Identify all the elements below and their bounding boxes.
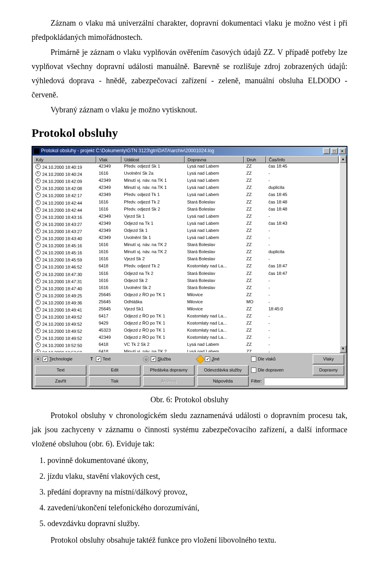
sluzba-checkbox[interactable]: ☺ Služba bbox=[143, 356, 195, 362]
table-row[interactable]: 24.10.2000 18:49:4125645Vjezd Sk1Milovic… bbox=[33, 306, 339, 313]
table-cell: 24.10.2000 18:43:27 bbox=[33, 220, 96, 228]
dopravny-button[interactable]: Dopravny bbox=[313, 365, 344, 375]
table-cell: 24.10.2000 18:52:50 bbox=[33, 342, 96, 349]
table-row[interactable]: 24.10.2000 18:43:2742349Odjezd na Tk 1Ly… bbox=[33, 220, 339, 228]
window-titlebar[interactable]: Protokol obsluhy - projekt C:\Dokumenty\… bbox=[32, 147, 347, 155]
table-cell: 42349 bbox=[96, 192, 122, 199]
table-row[interactable]: 24.10.2000 18:40:1942349Předv. odjezd Sk… bbox=[33, 163, 339, 170]
table-row[interactable]: 24.10.2000 18:46:526418Předv. odjezd Tk … bbox=[33, 263, 339, 270]
table-row[interactable]: 24.10.2000 18:47:301616Odjezd na Tk 2Sta… bbox=[33, 271, 339, 278]
table-cell: Lysá nad Labem bbox=[185, 192, 244, 199]
table-cell: Kostomlaty nad La... bbox=[185, 263, 244, 270]
checkbox-icon bbox=[205, 357, 210, 362]
table-row[interactable]: 24.10.2000 18:45:161616Minutí vj. náv. n… bbox=[33, 242, 339, 249]
col-druh[interactable]: Druh bbox=[244, 156, 266, 163]
table-cell: Lysá nad Labem bbox=[185, 177, 244, 185]
table-row[interactable]: 24.10.2000 18:47:401616Uvolnění Sk 2Star… bbox=[33, 285, 339, 292]
table-cell: Stará Boleslav bbox=[185, 199, 244, 206]
table-cell: Stará Boleslav bbox=[185, 206, 244, 213]
clock-icon bbox=[36, 293, 41, 298]
table-cell: Lysá nad Labem bbox=[185, 349, 244, 352]
checkbox-label: Technologie bbox=[49, 357, 73, 361]
col-dopravna[interactable]: Dopravna bbox=[185, 156, 244, 163]
col-vlak[interactable]: Vlak bbox=[96, 156, 122, 163]
table-cell: - bbox=[266, 313, 339, 320]
table-cell: ZZ bbox=[244, 213, 266, 220]
table-cell: 24.10.2000 18:46:52 bbox=[33, 263, 96, 270]
predavka-button[interactable]: Předávka dopravny bbox=[143, 365, 195, 375]
vlaky-button[interactable]: Vlaky bbox=[313, 354, 344, 364]
table-row[interactable]: 24.10.2000 18:43:2742349Odjezd Sk 1Lysá … bbox=[33, 228, 339, 235]
archivuj-button[interactable]: Archivuj bbox=[143, 376, 195, 386]
table-row[interactable]: 24.10.2000 18:42:1742349Předv. odjezd Tk… bbox=[33, 192, 339, 199]
col-cas[interactable]: Čas/Info bbox=[266, 156, 339, 163]
table-row[interactable]: 24.10.2000 18:42:0942349Minutí vj. náv. … bbox=[33, 177, 339, 185]
table-row[interactable]: 24.10.2000 18:47:311616Odjezd Sk 2Stará … bbox=[33, 278, 339, 285]
table-cell: 24.10.2000 18:45:59 bbox=[33, 256, 96, 263]
table-cell: Odhláška bbox=[122, 299, 185, 306]
dle-dopraven-checkbox[interactable]: Dle dopraven bbox=[251, 368, 310, 373]
col-kdy[interactable]: Kdy bbox=[33, 156, 96, 163]
close-button[interactable]: × bbox=[339, 148, 346, 154]
scroll-down-icon[interactable]: ▼ bbox=[340, 345, 346, 353]
odevzdavka-button[interactable]: Odevzdávka služby bbox=[197, 365, 249, 375]
table-cell: 24.10.2000 18:42:17 bbox=[33, 192, 96, 199]
body-paragraph: Protokol obsluhy v chronologickém sledu … bbox=[32, 408, 347, 451]
dle-vlaku-checkbox[interactable]: Dle vlaků bbox=[251, 357, 310, 362]
table-row[interactable]: 24.10.2000 18:49:5242349Odjezd z ŘO po T… bbox=[33, 334, 339, 342]
table-row[interactable]: 24.10.2000 18:49:2525645Odjezd z ŘO po T… bbox=[33, 292, 339, 299]
table-row[interactable]: 24.10.2000 18:49:3625645OdhláškaMilovice… bbox=[33, 299, 339, 306]
bottom-panel: ✳ Technologie T Text ☺ Služba Jiné Dle v… bbox=[32, 353, 347, 388]
table-row[interactable]: 24.10.2000 18:40:241616Uvolnění Sk 2aLys… bbox=[33, 170, 339, 177]
table-header-row: Kdy Vlak Událost Dopravna Druh Čas/Info bbox=[33, 156, 339, 163]
table-row[interactable]: 24.10.2000 18:43:1642349Vjezd Sk 1Lysá n… bbox=[33, 213, 339, 220]
scroll-up-icon[interactable]: ▲ bbox=[340, 156, 346, 163]
clock-icon bbox=[36, 243, 41, 248]
col-udalost[interactable]: Událost bbox=[122, 156, 185, 163]
maximize-button[interactable]: □ bbox=[331, 148, 338, 154]
filter-field[interactable]: Filter: bbox=[251, 377, 344, 385]
zavrit-button[interactable]: Zavřít bbox=[35, 376, 86, 386]
clock-icon bbox=[36, 278, 41, 284]
text-checkbox[interactable]: T Text bbox=[89, 357, 141, 362]
table-row[interactable]: 24.10.2000 18:49:529429Odjezd z ŘO po TK… bbox=[33, 320, 339, 327]
clock-icon bbox=[36, 321, 41, 326]
table-cell: čas 18:48 bbox=[266, 206, 339, 213]
table-row[interactable]: 24.10.2000 18:42:0842349Minutí vj. náv. … bbox=[33, 185, 339, 192]
edit-button[interactable]: Edit bbox=[89, 365, 141, 375]
filter-label: Filter: bbox=[251, 379, 262, 383]
table-row[interactable]: 24.10.2000 18:45:591616Vjezd Sk 2Stará B… bbox=[33, 256, 339, 263]
table-cell: - bbox=[266, 334, 339, 342]
table-row[interactable]: 24.10.2000 18:43:4042349Uvolnění Sk 1Lys… bbox=[33, 235, 339, 242]
table-cell: Odjezd Sk 1 bbox=[122, 228, 185, 235]
vertical-scrollbar[interactable]: ▲ ▼ bbox=[340, 155, 347, 353]
table-cell: Předv. odjezd Sk 1 bbox=[122, 163, 185, 170]
table-cell: ZZ bbox=[244, 278, 266, 285]
table-row[interactable]: 24.10.2000 18:49:5245323Odjezd z ŘO po T… bbox=[33, 327, 339, 334]
table-cell: Minutí vj. náv. na TK 1 bbox=[122, 185, 185, 192]
table-cell: 6417 bbox=[96, 313, 122, 320]
table-row[interactable]: 24.10.2000 18:52:506418Minutí vj. náv. n… bbox=[33, 349, 339, 352]
table-cell: 1616 bbox=[96, 271, 122, 278]
jine-checkbox[interactable]: Jiné bbox=[197, 356, 249, 362]
table-row[interactable]: 24.10.2000 18:52:506418VC Tk 2 Sk 2Lysá … bbox=[33, 342, 339, 349]
table-cell: Stará Boleslav bbox=[185, 242, 244, 249]
technologie-checkbox[interactable]: ✳ Technologie bbox=[35, 356, 86, 362]
table-cell: Uvolnění Sk 1 bbox=[122, 235, 185, 242]
tisk-button[interactable]: Tisk bbox=[89, 376, 141, 386]
table-row[interactable]: 24.10.2000 18:49:526417Odjezd z ŘO po TK… bbox=[33, 313, 339, 320]
text-button[interactable]: Text bbox=[35, 365, 86, 375]
table-cell: Lysá nad Labem bbox=[185, 213, 244, 220]
table-row[interactable]: 24.10.2000 18:45:161616Minutí vj. náv. n… bbox=[33, 249, 339, 256]
table-cell: Předv. odjezd Sk 2 bbox=[122, 206, 185, 213]
napoveda-button[interactable]: Nápověda bbox=[197, 376, 249, 386]
filter-input[interactable] bbox=[264, 377, 345, 385]
table-cell: - bbox=[266, 349, 339, 352]
minimize-button[interactable]: _ bbox=[323, 148, 330, 154]
table-row[interactable]: 24.10.2000 18:42:441616Předv. odjezd Tk … bbox=[33, 199, 339, 206]
table-row[interactable]: 24.10.2000 18:42:441616Předv. odjezd Sk … bbox=[33, 206, 339, 213]
table-cell: 6418 bbox=[96, 342, 122, 349]
clock-icon bbox=[36, 185, 41, 190]
list-item: povinně dokumentované úkony, bbox=[47, 453, 347, 467]
clock-icon bbox=[36, 228, 41, 233]
